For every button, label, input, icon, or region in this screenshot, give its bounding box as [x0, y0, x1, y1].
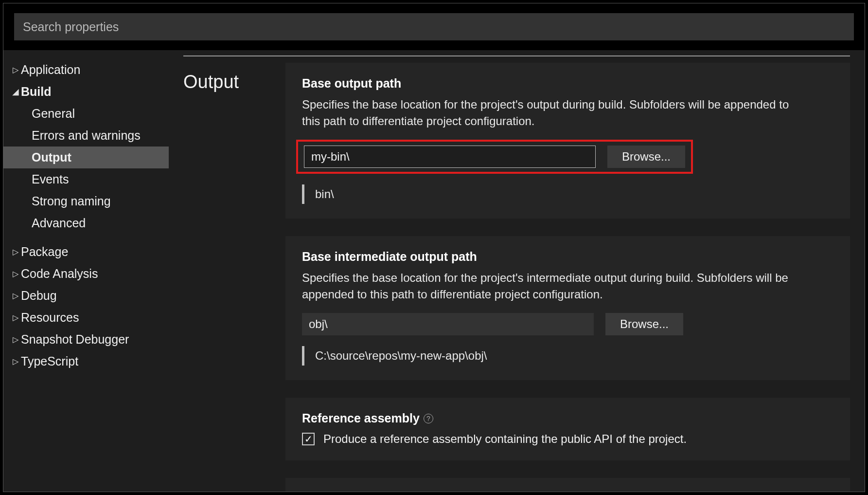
highlight-annotation: Browse...: [296, 140, 693, 174]
sidebar-item-typescript[interactable]: ▷ TypeScript: [3, 350, 169, 372]
sidebar-item-build[interactable]: ◢ Build: [3, 81, 169, 103]
chevron-right-icon: ▷: [10, 357, 21, 366]
panel-base-output: Base output path Specifies the base loca…: [285, 63, 850, 219]
panel-documentation-file: Documentation file ? Generate a file con…: [285, 478, 850, 492]
sidebar-subitem-advanced[interactable]: Advanced: [3, 212, 169, 234]
sidebar-subitem-strong-naming[interactable]: Strong naming: [3, 190, 169, 212]
browse-button[interactable]: Browse...: [607, 146, 685, 168]
resolved-path: C:\source\repos\my-new-app\obj\: [302, 346, 833, 366]
section-title: Output: [183, 72, 239, 92]
sidebar: ▷ Application ◢ Build General Errors and…: [3, 50, 169, 492]
sidebar-subitem-events[interactable]: Events: [3, 168, 169, 190]
base-output-path-input[interactable]: [304, 146, 596, 168]
browse-button[interactable]: Browse...: [605, 313, 683, 335]
sidebar-item-application[interactable]: ▷ Application: [3, 59, 169, 81]
chevron-right-icon: ▷: [10, 335, 21, 344]
sidebar-item-package[interactable]: ▷ Package: [3, 241, 169, 263]
chevron-right-icon: ▷: [10, 291, 21, 300]
sidebar-item-snapshot-debugger[interactable]: ▷ Snapshot Debugger: [3, 329, 169, 350]
sidebar-subitem-output[interactable]: Output: [3, 147, 169, 168]
sidebar-label: TypeScript: [21, 354, 78, 368]
help-icon[interactable]: ?: [424, 414, 433, 423]
sidebar-label: Package: [21, 245, 68, 259]
panel-base-intermediate: Base intermediate output path Specifies …: [285, 236, 850, 380]
setting-description: Specifies the base location for the proj…: [302, 96, 798, 129]
sidebar-label: Debug: [21, 289, 57, 303]
setting-title: Reference assembly: [302, 411, 420, 425]
setting-title: Base intermediate output path: [302, 250, 833, 264]
sidebar-label: Snapshot Debugger: [21, 332, 129, 347]
chevron-right-icon: ▷: [10, 269, 21, 278]
sidebar-item-debug[interactable]: ▷ Debug: [3, 285, 169, 307]
sidebar-item-resources[interactable]: ▷ Resources: [3, 307, 169, 329]
divider: [183, 55, 850, 56]
sidebar-item-code-analysis[interactable]: ▷ Code Analysis: [3, 263, 169, 285]
sidebar-subitem-general[interactable]: General: [3, 103, 169, 125]
chevron-down-icon: ◢: [10, 87, 21, 96]
panel-reference-assembly: Reference assembly ? ✓ Produce a referen…: [285, 398, 850, 460]
chevron-right-icon: ▷: [10, 65, 21, 74]
sidebar-subitem-errors-warnings[interactable]: Errors and warnings: [3, 125, 169, 147]
base-intermediate-path-input[interactable]: [302, 313, 594, 335]
sidebar-label: Resources: [21, 311, 79, 325]
chevron-right-icon: ▷: [10, 313, 21, 322]
reference-assembly-checkbox[interactable]: ✓: [302, 433, 315, 445]
sidebar-label: Application: [21, 63, 80, 77]
search-bar: [14, 13, 854, 40]
checkbox-label: Produce a reference assembly containing …: [323, 432, 687, 446]
search-input[interactable]: [23, 20, 845, 34]
setting-description: Specifies the base location for the proj…: [302, 270, 798, 302]
sidebar-label: Build: [21, 85, 52, 99]
settings-panels: Base output path Specifies the base loca…: [285, 63, 850, 492]
chevron-right-icon: ▷: [10, 247, 21, 257]
resolved-path: bin\: [302, 184, 833, 204]
sidebar-label: Code Analysis: [21, 267, 98, 281]
main-panel: Output Base output path Specifies the ba…: [169, 50, 865, 492]
properties-window: ▷ Application ◢ Build General Errors and…: [3, 3, 865, 492]
body: ▷ Application ◢ Build General Errors and…: [3, 50, 865, 492]
setting-title: Base output path: [302, 76, 833, 91]
